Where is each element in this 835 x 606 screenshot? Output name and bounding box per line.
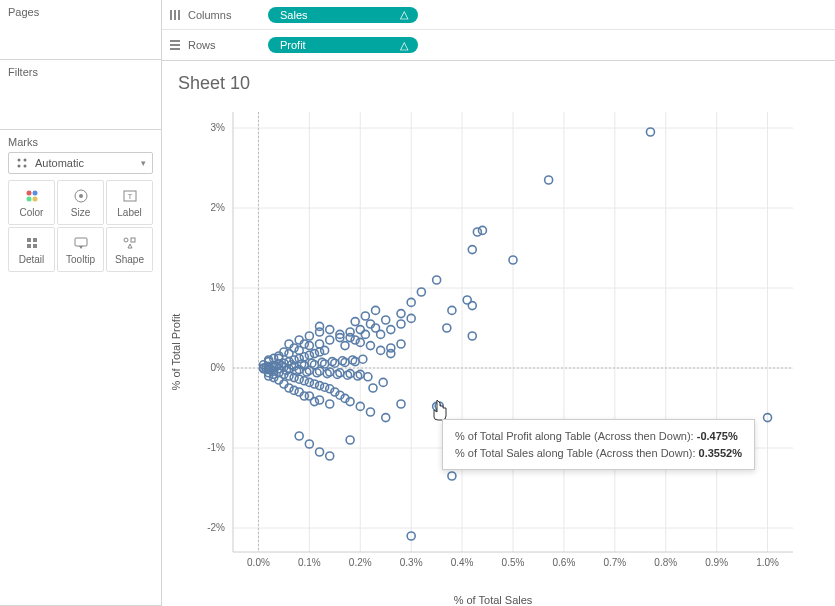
svg-point-175 (328, 358, 336, 366)
svg-point-137 (346, 436, 354, 444)
x-axis-label: % of Total Sales (454, 594, 533, 606)
rows-shelf[interactable]: Rows Profit △ (162, 30, 835, 60)
svg-point-69 (433, 276, 441, 284)
svg-point-173 (318, 358, 326, 366)
svg-point-100 (387, 350, 395, 358)
svg-point-182 (364, 373, 372, 381)
svg-rect-18 (131, 238, 135, 242)
svg-point-85 (397, 340, 405, 348)
svg-point-122 (310, 380, 318, 388)
pages-panel[interactable]: Pages (0, 0, 161, 60)
svg-point-1 (24, 159, 27, 162)
svg-point-214 (341, 342, 349, 350)
svg-point-5 (32, 191, 37, 196)
svg-point-112 (321, 346, 329, 354)
svg-rect-23 (170, 44, 180, 46)
columns-icon (168, 8, 182, 22)
y-axis-label: % of Total Profit (170, 314, 182, 391)
columns-label: Columns (188, 9, 231, 21)
scatter-plot[interactable]: 0.0%0.1%0.2%0.3%0.4%0.5%0.6%0.7%0.8%0.9%… (178, 102, 808, 602)
svg-point-139 (316, 448, 324, 456)
marks-panel: Marks Automatic ▾ Color (0, 130, 161, 606)
svg-point-221 (310, 398, 318, 406)
svg-point-9 (79, 194, 83, 198)
svg-point-111 (316, 348, 324, 356)
svg-point-216 (361, 330, 369, 338)
marks-tooltip-button[interactable]: Tooltip (57, 227, 104, 272)
svg-point-211 (351, 318, 359, 326)
svg-point-63 (646, 128, 654, 136)
svg-point-174 (323, 370, 331, 378)
filters-panel[interactable]: Filters (0, 60, 161, 130)
svg-point-134 (397, 400, 405, 408)
label-icon: T (109, 187, 150, 205)
svg-point-213 (372, 306, 380, 314)
tooltip-sales-label: % of Total Sales along Table (Across the… (455, 447, 696, 459)
svg-point-76 (382, 316, 390, 324)
svg-text:0.9%: 0.9% (705, 557, 728, 568)
svg-text:2%: 2% (211, 202, 226, 213)
tablecalc-icon: △ (400, 8, 408, 21)
columns-shelf[interactable]: Columns Sales △ (162, 0, 835, 30)
svg-point-73 (468, 302, 476, 310)
svg-point-4 (26, 191, 31, 196)
svg-point-212 (361, 312, 369, 320)
svg-text:0.1%: 0.1% (298, 557, 321, 568)
chart[interactable]: % of Total Profit 0.0%0.1%0.2%0.3%0.4%0.… (178, 102, 808, 602)
svg-point-83 (326, 336, 334, 344)
svg-point-177 (338, 357, 346, 365)
svg-point-78 (443, 324, 451, 332)
svg-point-195 (397, 320, 405, 328)
right-area: Columns Sales △ Rows Profit △ (162, 0, 835, 606)
svg-text:0.4%: 0.4% (451, 557, 474, 568)
marks-label-button[interactable]: T Label (106, 180, 153, 225)
svg-point-178 (344, 371, 352, 379)
marks-grid: Color Size T Label (8, 180, 153, 272)
rows-pill-profit[interactable]: Profit △ (268, 37, 418, 53)
dropdown-arrow-icon: ▾ (141, 158, 146, 168)
svg-point-124 (321, 383, 329, 391)
svg-point-179 (349, 356, 357, 364)
svg-point-194 (387, 326, 395, 334)
sheet-title[interactable]: Sheet 10 (178, 73, 819, 94)
svg-text:-1%: -1% (207, 442, 225, 453)
svg-point-17 (124, 238, 128, 242)
svg-point-210 (379, 378, 387, 386)
svg-point-131 (366, 408, 374, 416)
marks-color-button[interactable]: Color (8, 180, 55, 225)
marks-title: Marks (8, 136, 153, 148)
svg-point-120 (300, 377, 308, 385)
svg-text:1%: 1% (211, 282, 226, 293)
marks-type-dropdown[interactable]: Automatic ▾ (8, 152, 153, 174)
svg-point-135 (295, 432, 303, 440)
columns-pill-sales[interactable]: Sales △ (268, 7, 418, 23)
svg-point-138 (326, 452, 334, 460)
svg-text:1.0%: 1.0% (756, 557, 779, 568)
marks-detail-button[interactable]: Detail (8, 227, 55, 272)
color-icon (11, 187, 52, 205)
svg-text:0.3%: 0.3% (400, 557, 423, 568)
svg-point-65 (478, 226, 486, 234)
svg-point-67 (468, 246, 476, 254)
svg-text:3%: 3% (211, 122, 226, 133)
rows-icon (168, 38, 182, 52)
svg-rect-21 (178, 10, 180, 20)
svg-text:0.5%: 0.5% (502, 557, 525, 568)
marks-size-button[interactable]: Size (57, 180, 104, 225)
svg-point-119 (295, 375, 303, 383)
svg-point-99 (377, 346, 385, 354)
svg-point-0 (18, 159, 21, 162)
svg-rect-15 (33, 244, 37, 248)
sheet-area: Sheet 10 % of Total Profit 0.0%0.1%0.2%0… (162, 61, 835, 606)
svg-point-176 (333, 370, 341, 378)
automatic-shape-icon (15, 156, 29, 170)
svg-text:-2%: -2% (207, 522, 225, 533)
svg-text:0.0%: 0.0% (247, 557, 270, 568)
svg-point-207 (316, 396, 324, 404)
marks-dropdown-label: Automatic (35, 157, 84, 169)
svg-rect-14 (27, 244, 31, 248)
detail-icon (11, 234, 52, 252)
marks-shape-button[interactable]: Shape (106, 227, 153, 272)
svg-point-140 (448, 472, 456, 480)
filters-title: Filters (8, 66, 153, 78)
